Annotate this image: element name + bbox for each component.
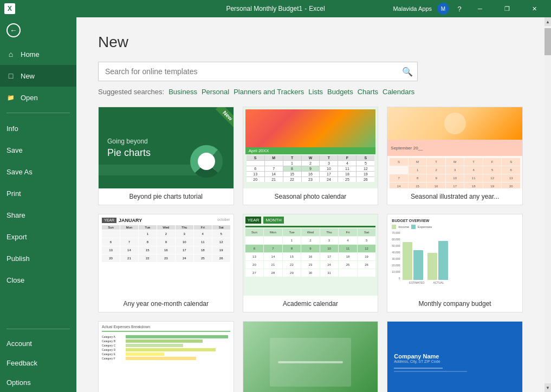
search-button[interactable]: 🔍 xyxy=(398,62,417,81)
close-button[interactable]: ✕ xyxy=(522,0,547,17)
tag-budgets[interactable]: Budgets xyxy=(327,88,353,96)
thumb-company-card: Company Name Address, City, ST ZIP Code xyxy=(387,322,522,392)
thumb-budget: BUDGET OVERVIEW Income Expenses 70,000 6… xyxy=(387,214,522,296)
maximize-button[interactable]: ❐ xyxy=(495,0,520,17)
sidebar-open-label: Open xyxy=(21,94,38,102)
new-icon: □ xyxy=(7,71,15,80)
thumb-any-year: YEAR JANUARY october Sun Mon Tue Wed Thu… xyxy=(99,214,234,296)
sidebar-save-as-label: Save As xyxy=(7,168,33,176)
pie-text1: Going beyond xyxy=(107,138,225,145)
sidebar-item-save[interactable]: Save xyxy=(0,139,76,161)
sidebar-item-save-as[interactable]: Save As xyxy=(0,161,76,182)
pie-circle-icon xyxy=(190,145,223,178)
bar-estimated-1 xyxy=(403,242,412,280)
tag-planners[interactable]: Planners and Trackers xyxy=(234,88,304,96)
green-template-inner xyxy=(270,338,351,387)
page-title: New xyxy=(98,34,523,51)
app-icon-area: X xyxy=(4,3,15,14)
app-brand-label: Malavida Apps xyxy=(393,5,432,12)
sidebar-account-label: Account xyxy=(7,339,32,348)
thumb-expenses: Actual Expenses Breakdown Category A Cat… xyxy=(99,322,234,392)
template-grid: New Going beyond Pie charts Beyond pie c… xyxy=(98,107,523,392)
sidebar-save-label: Save xyxy=(7,146,23,154)
thumb-seasonal-illus: September 20__ SMTWTFS 123456 7891011121… xyxy=(387,107,522,188)
bar-actual-1 xyxy=(413,250,423,280)
sidebar-item-account[interactable]: Account xyxy=(0,334,76,353)
sidebar-item-close[interactable]: Close xyxy=(0,269,76,291)
sidebar-item-share[interactable]: Share xyxy=(0,204,76,226)
template-card-seasonal-photo[interactable]: April 20XX SMTWTFS 12345 6789101112 1314… xyxy=(243,107,379,205)
sidebar-item-open[interactable]: 📁 Open xyxy=(0,87,76,108)
bar-groups xyxy=(403,231,448,280)
template-card-academic[interactable]: YEAR MONTH SunMonTueWedThuFriSat 12345 6… xyxy=(243,214,379,312)
help-button[interactable]: ? xyxy=(453,3,465,15)
template-card-pie-charts[interactable]: New Going beyond Pie charts Beyond pie c… xyxy=(98,107,234,205)
scroll-thumb[interactable] xyxy=(544,28,551,55)
template-card-budget[interactable]: BUDGET OVERVIEW Income Expenses 70,000 6… xyxy=(387,214,523,312)
bar-actual-2 xyxy=(438,241,448,280)
app-name: Excel xyxy=(309,5,325,12)
sidebar: ← ⌂ Home □ New 📁 Open Info Save Save As xyxy=(0,17,76,392)
sidebar-item-print[interactable]: Print xyxy=(0,182,76,204)
template-label-seasonal-illus: Seasonal illustrated any year... xyxy=(387,188,522,205)
sidebar-home-label: Home xyxy=(21,50,40,58)
sidebar-item-publish[interactable]: Publish xyxy=(0,247,76,269)
company-name: Company Name xyxy=(394,353,439,360)
thumb-seasonal-photo: April 20XX SMTWTFS 12345 6789101112 1314… xyxy=(243,107,378,188)
back-button[interactable]: ← xyxy=(0,17,76,43)
user-avatar[interactable]: M xyxy=(437,3,449,15)
acad-header: YEAR MONTH xyxy=(245,217,376,224)
home-icon: ⌂ xyxy=(7,50,15,58)
template-label-seasonal-photo: Seasonal photo calendar xyxy=(243,188,378,205)
template-card-expenses[interactable]: Actual Expenses Breakdown Category A Cat… xyxy=(98,321,234,392)
company-line-2 xyxy=(394,371,467,372)
sidebar-divider-2 xyxy=(7,329,70,329)
template-label-academic: Academic calendar xyxy=(243,296,378,312)
illus-header: September 20__ xyxy=(387,140,522,156)
tag-business[interactable]: Business xyxy=(168,88,197,96)
scroll-track-space xyxy=(544,55,551,383)
document-name: Personal Monthly Budget1 xyxy=(226,5,302,12)
tag-charts[interactable]: Charts xyxy=(358,88,378,96)
company-divider xyxy=(394,368,443,369)
company-sub: Address, City, ST ZIP Code xyxy=(394,360,440,363)
sidebar-item-new[interactable]: □ New xyxy=(0,65,76,87)
thumb-pie-charts: New Going beyond Pie charts xyxy=(99,107,234,188)
budget-title: BUDGET OVERVIEW xyxy=(392,219,518,223)
sidebar-options-label: Options xyxy=(7,378,31,387)
tag-personal[interactable]: Personal xyxy=(202,88,229,96)
expenses-title: Actual Expenses Breakdown xyxy=(102,325,230,329)
green-line xyxy=(278,361,342,363)
suggested-searches: Suggested searches: Business Personal Pl… xyxy=(98,88,523,96)
template-label-pie-charts: Beyond pie charts tutorial xyxy=(99,188,234,205)
thumb-academic: YEAR MONTH SunMonTueWedThuFriSat 12345 6… xyxy=(243,214,378,296)
sidebar-item-options[interactable]: Options xyxy=(0,373,76,392)
tag-lists[interactable]: Lists xyxy=(308,88,323,96)
search-input[interactable] xyxy=(99,67,398,76)
template-card-any-year[interactable]: YEAR JANUARY october Sun Mon Tue Wed Thu… xyxy=(98,214,234,312)
sidebar-divider-1 xyxy=(7,113,70,113)
template-card-company[interactable]: Company Name Address, City, ST ZIP Code xyxy=(387,321,523,392)
minimize-button[interactable]: ─ xyxy=(468,0,492,17)
sidebar-new-label: New xyxy=(21,72,35,80)
sidebar-item-feedback[interactable]: Feedback xyxy=(0,353,76,373)
illus-body: SMTWTFS 123456 78910111213 1415161718192… xyxy=(387,156,522,188)
bar-estimated-2 xyxy=(427,253,437,280)
photo-placeholder xyxy=(245,109,376,147)
search-bar: 🔍 xyxy=(98,62,418,81)
scrollbar-track: ▲ ▼ xyxy=(544,17,551,392)
sidebar-item-home[interactable]: ⌂ Home xyxy=(0,43,76,65)
scroll-down-arrow[interactable]: ▼ xyxy=(544,383,551,392)
pie-bar-decoration xyxy=(99,165,201,175)
template-card-green[interactable] xyxy=(243,321,379,392)
template-label-any-year: Any year one-month calendar xyxy=(99,296,234,312)
tag-calendars[interactable]: Calendars xyxy=(383,88,414,96)
sidebar-print-label: Print xyxy=(7,190,21,198)
scroll-up-arrow[interactable]: ▲ xyxy=(544,17,551,26)
bar-group-1 xyxy=(403,242,423,280)
sidebar-item-info[interactable]: Info xyxy=(0,117,76,139)
template-card-seasonal-illus[interactable]: September 20__ SMTWTFS 123456 7891011121… xyxy=(387,107,523,205)
expense-row-2: Category B xyxy=(102,339,230,343)
sidebar-item-export[interactable]: Export xyxy=(0,226,76,247)
title-bar-center: Personal Monthly Budget1 - Excel xyxy=(226,5,325,12)
